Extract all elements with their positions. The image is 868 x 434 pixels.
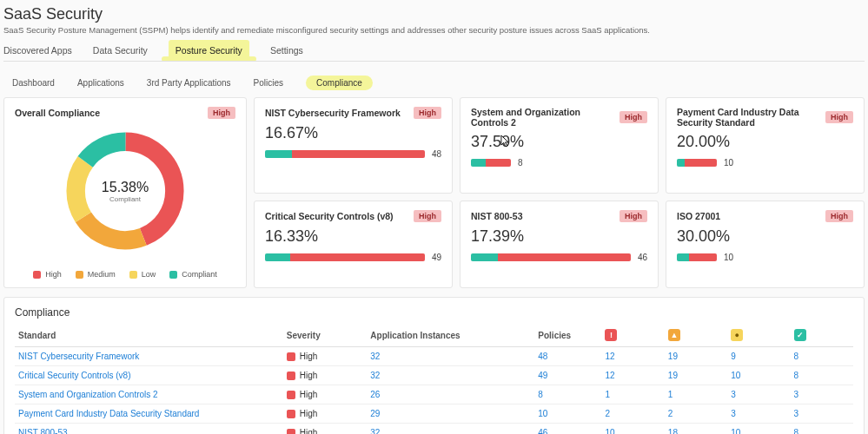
compliance-table-card: Compliance Standard Severity Application… [3, 297, 865, 434]
cell-low[interactable]: 9 [727, 347, 790, 366]
cell-high[interactable]: 12 [601, 366, 664, 385]
th-policies[interactable]: Policies [534, 324, 601, 347]
framework-total: 48 [432, 149, 441, 159]
framework-severity: High [825, 111, 853, 123]
page-subtitle: SaaS Security Posture Management (SSPM) … [3, 25, 865, 35]
framework-percent: 16.33% [265, 227, 441, 246]
cell-medium[interactable]: 19 [665, 347, 727, 366]
framework-bar [471, 253, 631, 261]
tab-posture-security[interactable]: Posture Security [169, 40, 249, 61]
framework-severity: High [414, 107, 441, 119]
cell-policies[interactable]: 46 [534, 424, 601, 435]
cell-low[interactable]: 3 [727, 404, 790, 424]
cell-medium[interactable]: 1 [665, 385, 727, 404]
severity-icon [287, 429, 295, 435]
th-severity[interactable]: Severity [283, 324, 368, 347]
page-title: SaaS Security [3, 5, 865, 23]
framework-severity: High [825, 210, 853, 222]
legend-swatch-low [129, 271, 137, 279]
card-overall-compliance: Overall Compliance High 15.38% Compliant… [3, 97, 247, 288]
cell-compliant[interactable]: 8 [791, 424, 853, 435]
cell-standard[interactable]: NIST Cybersecurity Framework [15, 347, 283, 366]
th-instances[interactable]: Application Instances [367, 324, 534, 347]
cell-policies[interactable]: 49 [534, 366, 601, 385]
framework-name: NIST 800-53 [471, 211, 523, 221]
cell-instances[interactable]: 32 [367, 366, 534, 385]
overall-legend: High Medium Low Compliant [33, 270, 217, 279]
overall-donut-chart: 15.38% Compliant [60, 126, 190, 256]
th-low[interactable]: ● [727, 324, 790, 347]
severity-icon [287, 352, 295, 361]
cell-severity: High [283, 366, 368, 385]
cell-standard[interactable]: Critical Security Controls (v8) [15, 366, 283, 385]
subtab-3rd-party[interactable]: 3rd Party Applications [147, 76, 231, 90]
circle-icon: ● [731, 329, 743, 341]
cell-policies[interactable]: 8 [534, 385, 601, 404]
alert-icon: ! [605, 329, 617, 341]
cell-instances[interactable]: 29 [367, 404, 534, 424]
framework-bar [471, 159, 511, 167]
card-framework: ISO 27001High30.00%10 [666, 201, 865, 288]
cell-medium[interactable]: 18 [665, 424, 727, 435]
cell-instances[interactable]: 26 [367, 385, 534, 404]
cell-compliant[interactable]: 8 [791, 366, 853, 385]
subtab-applications[interactable]: Applications [77, 76, 124, 90]
th-medium[interactable]: ▲ [665, 324, 727, 347]
cell-low[interactable]: 10 [727, 424, 790, 435]
cell-high[interactable]: 2 [601, 404, 664, 424]
cell-high[interactable]: 10 [601, 424, 664, 435]
table-row: System and Organization Controls 2High26… [15, 385, 853, 404]
sub-tabs: Dashboard Applications 3rd Party Applica… [3, 69, 865, 97]
tab-data-security[interactable]: Data Security [93, 40, 148, 61]
framework-bar [265, 253, 425, 261]
compliance-table-title: Compliance [15, 306, 853, 319]
framework-name: ISO 27001 [677, 211, 720, 221]
cell-medium[interactable]: 2 [665, 404, 727, 424]
framework-bar [677, 159, 717, 167]
cell-instances[interactable]: 32 [367, 347, 534, 366]
framework-percent: 30.00% [677, 227, 853, 246]
cell-high[interactable]: 1 [601, 385, 664, 404]
framework-total: 10 [724, 253, 733, 262]
cell-standard[interactable]: System and Organization Controls 2 [15, 385, 283, 404]
cell-standard[interactable]: NIST 800-53 [15, 424, 283, 435]
cell-standard[interactable]: Payment Card Industry Data Security Stan… [15, 404, 283, 424]
framework-percent: 17.39% [471, 227, 647, 246]
cell-instances[interactable]: 32 [367, 424, 534, 435]
overall-percent: 15.38% [102, 180, 149, 195]
tab-settings[interactable]: Settings [270, 40, 303, 61]
framework-percent: 16.67% [265, 124, 441, 142]
table-row: Critical Security Controls (v8)High32491… [15, 366, 853, 385]
framework-name: Critical Security Controls (v8) [265, 211, 394, 221]
top-tabs: Discovered Apps Data Security Posture Se… [3, 40, 865, 62]
th-standard[interactable]: Standard [15, 324, 283, 347]
subtab-compliance[interactable]: Compliance [306, 76, 373, 90]
cell-compliant[interactable]: 3 [791, 385, 853, 404]
cell-severity: High [283, 424, 368, 435]
th-high[interactable]: ! [601, 324, 664, 347]
card-framework: NIST 800-53High17.39%46 [460, 201, 659, 288]
framework-bar [677, 253, 717, 261]
subtab-dashboard[interactable]: Dashboard [12, 76, 55, 90]
cell-medium[interactable]: 19 [665, 366, 727, 385]
framework-name: System and Organization Controls 2 [471, 107, 620, 128]
cell-severity: High [283, 385, 368, 404]
cell-low[interactable]: 3 [727, 385, 790, 404]
cell-compliant[interactable]: 3 [791, 404, 853, 424]
table-row: NIST Cybersecurity FrameworkHigh32481219… [15, 347, 853, 366]
cell-severity: High [283, 347, 368, 366]
framework-severity: High [414, 210, 441, 222]
cell-low[interactable]: 10 [727, 366, 790, 385]
cell-high[interactable]: 12 [601, 347, 664, 366]
legend-swatch-medium [76, 271, 83, 279]
subtab-policies[interactable]: Policies [254, 76, 283, 90]
overall-percent-label: Compliant [109, 195, 141, 203]
tab-discovered-apps[interactable]: Discovered Apps [3, 40, 72, 61]
legend-low: Low [142, 270, 156, 279]
cell-policies[interactable]: 10 [534, 404, 601, 424]
th-compliant[interactable]: ✓ [791, 324, 853, 347]
framework-total: 8 [518, 158, 523, 168]
cell-compliant[interactable]: 8 [791, 347, 853, 366]
cell-policies[interactable]: 48 [534, 347, 601, 366]
framework-name: Payment Card Industry Data Security Stan… [677, 107, 825, 128]
